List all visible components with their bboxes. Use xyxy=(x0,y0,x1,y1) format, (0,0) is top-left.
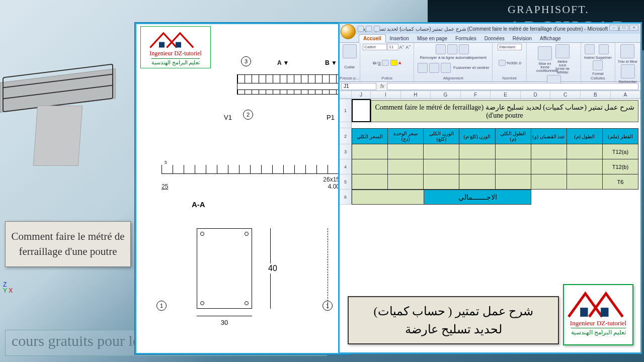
paste-icon[interactable] xyxy=(343,44,357,58)
tab-donnees[interactable]: Données xyxy=(480,35,509,42)
label-V1: V1 xyxy=(224,114,232,121)
border-icon[interactable] xyxy=(382,60,389,66)
number-format[interactable]: Standard xyxy=(498,44,522,50)
window-controls[interactable]: –□× xyxy=(609,25,638,31)
grid-bubble-1a: 1 xyxy=(156,301,167,311)
worksheet[interactable]: J I H G F E D C B A 1 2 3 4 5 6 شرح عمل … xyxy=(340,91,640,272)
sheet-title-cell[interactable]: شرح عمل تمتير (حساب كميات) لحديد تسليح ع… xyxy=(371,100,638,122)
svg-rect-0 xyxy=(159,42,165,48)
tab-formules[interactable]: Formules xyxy=(451,35,480,42)
cond-format-icon[interactable] xyxy=(538,46,552,60)
font-color-icon[interactable]: A xyxy=(398,61,401,65)
align-top-icon[interactable] xyxy=(436,44,446,54)
active-cell[interactable] xyxy=(352,99,371,122)
channel-logo: Ingenieur DZ-tutoriel تعليم البرامج الهن… xyxy=(140,26,211,68)
section-arrow-A: A ▼ xyxy=(277,59,289,66)
caption-arabic: شرح عمل تمتير ( حساب كميات)لحديد تسليح ع… xyxy=(348,296,559,344)
formula-input[interactable] xyxy=(387,83,638,90)
dim-height: 40 xyxy=(267,228,282,309)
format-icon[interactable] xyxy=(593,60,603,70)
ribbon-tabs[interactable]: Accueil Insertion Mise en page Formules … xyxy=(340,34,640,43)
sort-filter-icon[interactable] xyxy=(620,44,634,58)
quick-access-toolbar[interactable] xyxy=(358,25,380,32)
excel-window: شرح عمل تمتير (حساب كميات) لحديد تسليح ع… xyxy=(338,22,642,354)
section-rect xyxy=(197,228,252,309)
office-button[interactable] xyxy=(341,24,356,39)
tab-insertion[interactable]: Insertion xyxy=(386,35,413,42)
name-box[interactable]: J1 xyxy=(341,83,376,90)
tab-accueil[interactable]: Accueil xyxy=(359,34,386,43)
channel-logo-large: Ingenieur DZ-tutoriel تعليم البرامج الهن… xyxy=(563,284,633,345)
dim-width: 30 xyxy=(197,316,252,326)
tab-affichage[interactable]: Affichage xyxy=(536,35,565,42)
table-row: T6 xyxy=(352,174,638,190)
svg-rect-1 xyxy=(176,42,181,48)
caption-french: Comment faire le métré de ferraillage d'… xyxy=(5,221,131,267)
excel-titlebar: شرح عمل تمتير (حساب كميات) لحديد تسليح ع… xyxy=(340,24,640,34)
merge-center[interactable]: Fusionner et centrer xyxy=(453,65,490,70)
table-body[interactable]: T12(a) T12(b) T6 xyxy=(352,144,638,190)
table-row: T12(b) xyxy=(352,159,638,174)
section-arrow-B: B ▼ xyxy=(325,59,337,66)
cad-drawing-window: Ingenieur DZ-tutoriel تعليم البرامج الهن… xyxy=(135,23,351,354)
grid-bubble-3: 3 xyxy=(241,56,251,66)
wrap-text[interactable]: Renvoyer à la ligne automatiquement xyxy=(420,55,487,60)
rebar-3d-render xyxy=(0,55,121,141)
tab-revision[interactable]: Révision xyxy=(509,35,536,42)
fill-color-icon[interactable] xyxy=(390,60,397,66)
table-header-row[interactable]: القطر (ملم)الطول (م)عدد القضبان (و)الطول… xyxy=(352,128,638,144)
font-size[interactable]: 11 xyxy=(387,44,398,50)
dimension-scale: 5 26x15 254.00 xyxy=(162,160,340,190)
label-P1: P1 xyxy=(327,114,335,121)
table-row: T12(a) xyxy=(352,144,638,159)
ribbon: Coller Presse-p… Calibri11A˄ A˅ G I S A … xyxy=(340,43,640,82)
brand-line1: GRAPHISOFT. xyxy=(508,3,629,16)
section-title: A-A xyxy=(192,200,205,209)
insert-icon[interactable] xyxy=(585,44,595,54)
svg-rect-3 xyxy=(601,308,608,317)
section-AA: A-A 40 30 1 1 xyxy=(156,200,350,353)
delete-icon[interactable] xyxy=(599,44,609,54)
format-table-icon[interactable] xyxy=(555,44,570,58)
axis-triad: Z Y X xyxy=(3,282,13,294)
total-row[interactable]: الاجـــــــمالي xyxy=(352,190,638,205)
find-select-icon[interactable] xyxy=(621,64,635,78)
svg-rect-2 xyxy=(580,308,588,317)
beam-elevation-bar xyxy=(237,74,350,95)
font-name[interactable]: Calibri xyxy=(363,44,387,50)
beam-elevation: 3 A ▼ B ▼ 2 V1 P1 xyxy=(207,54,350,135)
fx-label[interactable]: fx xyxy=(378,83,387,89)
tab-mise-en-page[interactable]: Mise en page xyxy=(413,35,451,42)
grid-bubble-2: 2 xyxy=(243,110,253,120)
column-headers[interactable]: J I H G F E D C B A xyxy=(340,91,640,99)
formula-bar[interactable]: J1 fx xyxy=(340,82,640,91)
